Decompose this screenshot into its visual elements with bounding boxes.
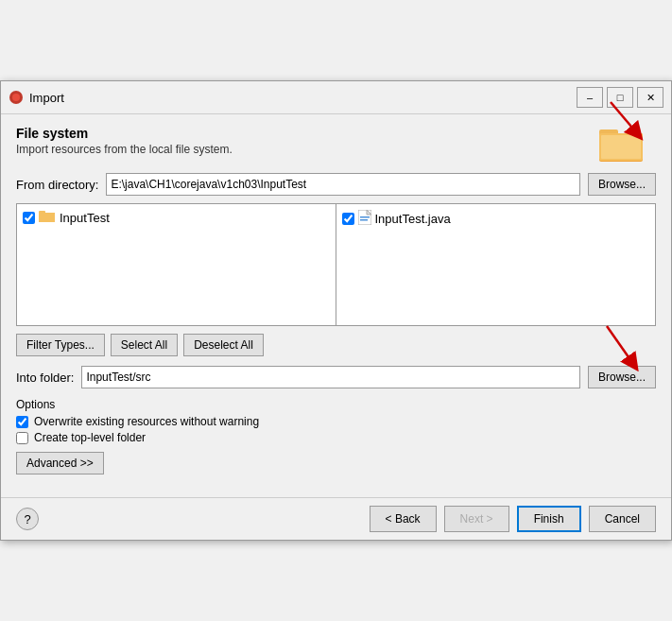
dialog-content: File system Import resources from the lo… <box>1 114 671 497</box>
overwrite-option: Overwrite existing resources without war… <box>16 415 656 428</box>
section-title: File system <box>16 126 599 141</box>
into-folder-row: Into folder: Browse... <box>16 366 656 388</box>
arrow-to-folder <box>601 97 648 145</box>
file-label: InputTest.java <box>375 212 451 226</box>
svg-rect-14 <box>360 219 368 221</box>
options-section: Options Overwrite existing resources wit… <box>16 398 656 444</box>
title-icon <box>9 90 24 105</box>
into-folder-container: Into folder: Browse... <box>16 366 656 388</box>
section-subtitle: Import resources from the local file sys… <box>16 143 599 156</box>
folder-small-icon <box>39 210 56 226</box>
overwrite-checkbox[interactable] <box>16 416 28 428</box>
list-item: InputTest.java <box>340 208 652 230</box>
filter-row: Filter Types... Select All Deselect All <box>16 334 656 356</box>
next-button[interactable]: Next > <box>444 506 509 532</box>
svg-line-3 <box>611 102 637 133</box>
svg-rect-13 <box>360 216 370 218</box>
minimize-button[interactable]: – <box>577 87 603 108</box>
back-button[interactable]: < Back <box>370 506 437 532</box>
browse-folder-button[interactable]: Browse... <box>588 366 656 388</box>
help-button[interactable]: ? <box>16 508 39 530</box>
filter-types-button[interactable]: Filter Types... <box>16 334 105 356</box>
deselect-all-button[interactable]: Deselect All <box>183 334 264 356</box>
import-dialog: Import – □ ✕ File system Import resource… <box>0 80 672 541</box>
window-title: Import <box>29 91 64 105</box>
title-bar: Import – □ ✕ <box>1 81 671 114</box>
file-checkbox[interactable] <box>342 213 354 225</box>
file-panel-left: InputTest <box>17 204 336 325</box>
cancel-button[interactable]: Cancel <box>589 506 656 532</box>
file-panels-area: InputTest I <box>16 203 656 326</box>
folder-checkbox[interactable] <box>23 212 35 224</box>
file-panels: InputTest I <box>16 203 656 326</box>
finish-button[interactable]: Finish <box>517 506 581 532</box>
into-folder-label: Into folder: <box>16 371 74 385</box>
create-top-level-checkbox[interactable] <box>16 432 28 444</box>
title-bar-left: Import <box>9 90 64 105</box>
from-directory-label: From directory: <box>16 178 98 192</box>
browse-directory-button[interactable]: Browse... <box>588 173 656 196</box>
svg-point-1 <box>12 94 20 101</box>
bottom-bar: ? < Back Next > Finish Cancel <box>1 497 671 540</box>
file-small-icon <box>358 210 371 228</box>
create-top-level-option: Create top-level folder <box>16 431 656 444</box>
from-directory-input[interactable] <box>106 173 580 196</box>
svg-rect-10 <box>39 213 55 222</box>
file-panel-right: InputTest.java <box>336 204 656 325</box>
from-directory-row: From directory: Browse... <box>16 173 656 196</box>
overwrite-label: Overwrite existing resources without war… <box>34 415 259 428</box>
top-text: File system Import resources from the lo… <box>16 126 599 167</box>
into-folder-input[interactable] <box>81 366 580 388</box>
advanced-button[interactable]: Advanced >> <box>16 452 104 474</box>
select-all-button[interactable]: Select All <box>111 334 178 356</box>
create-top-level-label: Create top-level folder <box>34 431 146 444</box>
top-area: File system Import resources from the lo… <box>16 126 656 173</box>
list-item: InputTest <box>21 208 332 228</box>
folder-icon-area <box>599 126 656 173</box>
options-title: Options <box>16 398 656 411</box>
folder-label: InputTest <box>60 211 110 225</box>
